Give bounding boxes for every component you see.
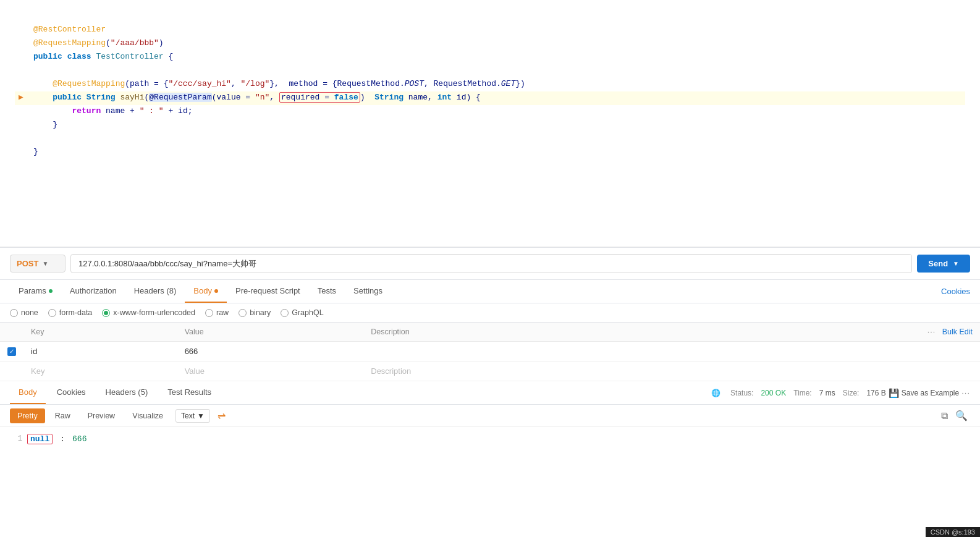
code-line: } bbox=[15, 146, 965, 159]
code-line: @RestController bbox=[15, 23, 965, 37]
url-bar: POST ▼ Send ▼ bbox=[0, 248, 980, 280]
code-line: } bbox=[15, 119, 965, 132]
code-line: @RequestMapping(path = {"/ccc/say_hi", "… bbox=[15, 78, 965, 91]
table-row: ✓ id 666 bbox=[0, 342, 980, 362]
tab-headers[interactable]: Headers (8) bbox=[125, 280, 185, 303]
view-tab-visualize[interactable]: Visualize bbox=[125, 408, 171, 423]
view-tab-pretty[interactable]: Pretty bbox=[10, 408, 45, 423]
response-tab-headers[interactable]: Headers (5) bbox=[97, 381, 157, 404]
tab-authorization[interactable]: Authorization bbox=[61, 280, 125, 303]
save-icon: 💾 bbox=[889, 388, 899, 398]
code-line: public class TestController { bbox=[15, 51, 965, 64]
placeholder-key[interactable]: Key bbox=[23, 362, 177, 381]
url-input[interactable] bbox=[70, 254, 912, 273]
method-chevron-icon: ▼ bbox=[42, 260, 48, 267]
th-description: Description bbox=[363, 323, 658, 342]
search-icon[interactable]: 🔍 bbox=[953, 407, 970, 424]
row-value[interactable]: 666 bbox=[177, 342, 364, 362]
cookies-link[interactable]: Cookies bbox=[941, 281, 970, 302]
code-editor: @RestController @RequestMapping("/aaa/bb… bbox=[0, 0, 980, 247]
form-table: Key Value Description ··· Bulk Edit ✓ bbox=[0, 323, 980, 381]
tab-settings[interactable]: Settings bbox=[345, 280, 391, 303]
size-label: Size: bbox=[843, 389, 860, 397]
view-tab-raw[interactable]: Raw bbox=[48, 408, 78, 423]
response-body: 1 null : 666 bbox=[0, 427, 980, 450]
postman-panel: POST ▼ Send ▼ Params Authorization Heade… bbox=[0, 247, 980, 450]
code-line bbox=[15, 64, 965, 78]
save-as-example-button[interactable]: 💾 Save as Example bbox=[889, 388, 959, 398]
response-size: 176 B bbox=[866, 389, 885, 397]
radio-none[interactable]: none bbox=[10, 308, 38, 317]
tab-params[interactable]: Params bbox=[10, 280, 61, 303]
globe-icon: 🌐 bbox=[711, 389, 720, 397]
form-table-container: Key Value Description ··· Bulk Edit ✓ bbox=[0, 323, 980, 381]
params-dot-indicator bbox=[49, 289, 53, 293]
response-tab-cookies[interactable]: Cookies bbox=[48, 381, 95, 404]
radio-circle-form-data bbox=[48, 309, 56, 317]
tab-pre-request-script[interactable]: Pre-request Script bbox=[227, 280, 309, 303]
code-line bbox=[15, 10, 965, 23]
row-checkbox[interactable]: ✓ bbox=[7, 347, 16, 356]
response-status-info: 🌐 Status: 200 OK Time: 7 ms Size: 176 B bbox=[711, 389, 886, 397]
tab-tests[interactable]: Tests bbox=[309, 280, 345, 303]
table-row-placeholder: Key Value Description bbox=[0, 362, 980, 381]
radio-binary[interactable]: binary bbox=[239, 308, 271, 317]
placeholder-actions bbox=[658, 362, 980, 381]
response-tabs-bar: Body Cookies Headers (5) Test Results 🌐 … bbox=[0, 381, 980, 405]
send-button[interactable]: Send ▼ bbox=[917, 255, 970, 273]
request-tabs-bar: Params Authorization Headers (8) Body Pr… bbox=[0, 280, 980, 303]
save-example-label: Save as Example bbox=[902, 389, 959, 397]
response-line: 1 null : 666 bbox=[10, 432, 970, 446]
placeholder-description[interactable]: Description bbox=[363, 362, 658, 381]
line-number: 1 bbox=[10, 434, 22, 443]
response-more-actions: ··· bbox=[961, 388, 970, 397]
send-chevron-icon: ▼ bbox=[953, 260, 959, 267]
row-key[interactable]: id bbox=[23, 342, 177, 362]
radio-graphql[interactable]: GraphQL bbox=[281, 308, 323, 317]
text-format-select[interactable]: Text ▼ bbox=[175, 409, 210, 423]
response-tab-body[interactable]: Body bbox=[10, 381, 46, 404]
th-value: Value bbox=[177, 323, 364, 342]
radio-circle-binary bbox=[239, 309, 247, 317]
radio-circle-none bbox=[10, 309, 18, 317]
copy-icon[interactable]: ⧉ bbox=[939, 408, 950, 424]
placeholder-checkbox-cell bbox=[0, 362, 23, 381]
radio-form-data[interactable]: form-data bbox=[48, 308, 93, 317]
code-line: @RequestMapping("/aaa/bbb") bbox=[15, 37, 965, 51]
debug-arrow-icon: ▶ bbox=[19, 91, 23, 104]
radio-raw[interactable]: raw bbox=[205, 308, 229, 317]
text-format-label: Text bbox=[181, 412, 195, 420]
tab-body[interactable]: Body bbox=[185, 280, 227, 303]
bulk-edit-button[interactable]: Bulk Edit bbox=[942, 328, 973, 336]
method-select[interactable]: POST ▼ bbox=[10, 255, 65, 273]
code-line: return name + " : " + id; bbox=[15, 105, 965, 119]
form-table-header-row: Key Value Description ··· Bulk Edit bbox=[0, 323, 980, 342]
code-line-highlighted: ▶ public String sayHi(@RequestParam(valu… bbox=[15, 91, 965, 105]
row-description[interactable] bbox=[363, 342, 658, 362]
row-checkbox-cell: ✓ bbox=[0, 342, 23, 362]
response-more-icon[interactable]: ··· bbox=[961, 388, 970, 397]
method-label: POST bbox=[17, 259, 38, 268]
wrap-icon[interactable]: ⇌ bbox=[218, 410, 226, 421]
body-dot-indicator bbox=[214, 289, 218, 293]
placeholder-value[interactable]: Value bbox=[177, 362, 364, 381]
view-tabs-bar: Pretty Raw Preview Visualize Text ▼ ⇌ ⧉ … bbox=[0, 405, 980, 427]
view-tab-preview[interactable]: Preview bbox=[80, 408, 122, 423]
response-section: Body Cookies Headers (5) Test Results 🌐 … bbox=[0, 381, 980, 450]
radio-circle-urlencoded bbox=[102, 309, 110, 317]
response-tab-test-results[interactable]: Test Results bbox=[159, 381, 220, 404]
status-bar-text: CSDN @s:193 bbox=[931, 528, 975, 536]
status-label: Status: bbox=[730, 389, 753, 397]
radio-circle-raw bbox=[205, 309, 213, 317]
row-actions bbox=[658, 342, 980, 362]
th-checkbox bbox=[0, 323, 23, 342]
radio-x-www-form-urlencoded[interactable]: x-www-form-urlencoded bbox=[102, 308, 195, 317]
status-bar: CSDN @s:193 bbox=[926, 527, 980, 537]
null-value: null bbox=[27, 434, 53, 444]
response-number: 666 bbox=[72, 434, 87, 444]
send-label: Send bbox=[928, 259, 948, 268]
response-time: 7 ms bbox=[819, 389, 835, 397]
more-icon[interactable]: ··· bbox=[927, 328, 936, 336]
text-format-chevron-icon: ▼ bbox=[197, 412, 205, 420]
th-actions: ··· Bulk Edit bbox=[658, 323, 980, 342]
